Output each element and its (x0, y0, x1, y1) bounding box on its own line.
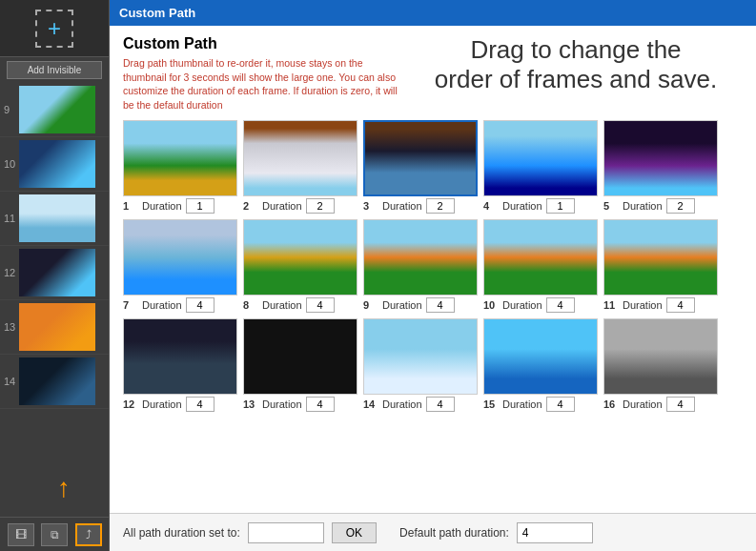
thumb-cell-16[interactable]: 16Duration (603, 318, 718, 412)
main-thumb-8 (243, 219, 358, 296)
sidebar-item-14[interactable]: 14 (0, 355, 109, 409)
thumb-label-row-13: 13Duration (243, 397, 358, 412)
duration-input-4[interactable] (546, 198, 575, 214)
duration-label-5: Duration (623, 200, 663, 212)
thumb-num-3: 3 (363, 200, 378, 212)
sidebar-thumb-12 (19, 249, 95, 296)
thumb-num-14: 14 (363, 398, 378, 410)
thumb-cell-7[interactable]: 7Duration (123, 219, 237, 313)
duration-input-9[interactable] (426, 297, 455, 313)
thumb-cell-10[interactable]: 10Duration (483, 219, 598, 313)
add-invisible-button[interactable]: Add Invisible (7, 61, 102, 79)
thumb-num-8: 8 (243, 299, 258, 311)
dialog-header: Custom Path Drag path thumbnail to re-or… (123, 35, 743, 112)
custom-path-dialog: Custom Path Custom Path Drag path thumbn… (110, 0, 756, 551)
main-thumb-13 (243, 318, 358, 395)
duration-input-5[interactable] (666, 198, 695, 214)
duration-label-13: Duration (262, 398, 302, 410)
thumb-cell-4[interactable]: 4Duration (483, 120, 598, 214)
add-button[interactable]: + (35, 10, 73, 48)
sidebar-top: + (0, 0, 109, 57)
duration-label-16: Duration (623, 398, 663, 410)
thumb-num-12: 12 (123, 398, 138, 410)
main-thumb-10 (483, 219, 598, 296)
thumb-label-row-9: 9Duration (363, 297, 478, 313)
thumb-label-row-15: 15Duration (483, 397, 598, 412)
duration-label-11: Duration (623, 299, 663, 311)
default-duration-label: Default path duration: (399, 526, 509, 540)
duration-input-1[interactable] (186, 198, 215, 214)
duration-input-15[interactable] (546, 397, 575, 412)
duration-input-16[interactable] (666, 397, 695, 412)
thumb-num-10: 10 (483, 299, 499, 311)
main-thumb-11 (603, 219, 718, 296)
arrow-indicator: ↑ (57, 473, 71, 503)
sidebar-item-11[interactable]: 11 (0, 192, 109, 246)
duration-input-7[interactable] (186, 297, 215, 313)
sidebar-item-num: 11 (4, 213, 19, 224)
dialog-footer: All path duration set to: OK Default pat… (110, 513, 756, 551)
sidebar-item-10[interactable]: 10 (0, 137, 109, 192)
thumb-label-row-2: 2Duration (243, 198, 358, 214)
thumb-label-row-14: 14Duration (363, 397, 478, 412)
thumb-cell-3[interactable]: 3Duration (363, 120, 478, 214)
duration-input-12[interactable] (186, 397, 215, 412)
duration-label-2: Duration (262, 200, 302, 212)
duration-label-3: Duration (382, 200, 422, 212)
thumb-num-5: 5 (603, 200, 619, 212)
duration-input-3[interactable] (426, 198, 455, 214)
sidebar-item-num: 12 (4, 267, 19, 278)
sidebar-thumb-13 (19, 303, 95, 351)
sidebar-item-13[interactable]: 13 (0, 300, 109, 355)
thumb-cell-15[interactable]: 15Duration (483, 318, 598, 412)
dialog-instruction: Drag path thumbnail to re-order it, mous… (123, 56, 399, 112)
sidebar-item-num: 13 (4, 321, 19, 333)
duration-input-13[interactable] (306, 397, 335, 412)
sidebar-item-12[interactable]: 12 (0, 246, 109, 300)
thumb-cell-13[interactable]: 13Duration (243, 318, 358, 412)
thumb-cell-9[interactable]: 9Duration (363, 219, 478, 313)
main-thumb-1 (123, 120, 237, 196)
duration-input-2[interactable] (306, 198, 335, 214)
duration-label-4: Duration (502, 200, 542, 212)
duration-input-11[interactable] (666, 297, 695, 313)
thumb-label-row-1: 1Duration (123, 198, 237, 214)
main-thumb-16 (603, 318, 718, 395)
thumb-cell-2[interactable]: 2Duration (243, 120, 358, 214)
main-thumb-5 (603, 120, 718, 196)
thumb-cell-14[interactable]: 14Duration (363, 318, 478, 412)
film-icon[interactable]: 🎞 (8, 523, 34, 546)
main-thumb-12 (123, 318, 237, 395)
thumb-cell-8[interactable]: 8Duration (243, 219, 358, 313)
thumb-label-row-3: 3Duration (363, 198, 478, 214)
thumb-label-row-5: 5Duration (603, 198, 718, 214)
duration-input-8[interactable] (306, 297, 335, 313)
all-duration-input[interactable] (248, 522, 324, 543)
thumb-num-2: 2 (243, 200, 258, 212)
thumb-num-1: 1 (123, 200, 138, 212)
thumb-num-16: 16 (603, 398, 619, 410)
dialog-right-header: Drag to change the order of frames and s… (409, 35, 743, 94)
thumb-label-row-8: 8Duration (243, 297, 358, 313)
thumb-label-row-7: 7Duration (123, 297, 237, 313)
export-icon[interactable]: ⤴ (75, 523, 102, 546)
ok-button[interactable]: OK (332, 522, 377, 543)
main-thumb-7 (123, 219, 237, 296)
default-duration-input[interactable] (517, 522, 593, 543)
thumb-num-7: 7 (123, 299, 138, 311)
sidebar-item-num: 14 (4, 376, 19, 387)
thumb-cell-12[interactable]: 12Duration (123, 318, 237, 412)
main-thumb-14 (363, 318, 478, 395)
thumb-label-row-11: 11Duration (603, 297, 718, 313)
copy-icon[interactable]: ⧉ (41, 523, 68, 546)
duration-input-10[interactable] (546, 297, 575, 313)
duration-input-14[interactable] (426, 397, 455, 412)
thumb-cell-11[interactable]: 11Duration (603, 219, 718, 313)
dialog-left-header: Custom Path Drag path thumbnail to re-or… (123, 35, 409, 112)
duration-label-15: Duration (502, 398, 542, 410)
sidebar-item-9[interactable]: 9 (0, 83, 109, 137)
thumbnail-grid: 1Duration2Duration3Duration4Duration5Dur… (123, 120, 743, 412)
thumb-cell-5[interactable]: 5Duration (603, 120, 718, 214)
thumb-cell-1[interactable]: 1Duration (123, 120, 237, 214)
duration-label-9: Duration (382, 299, 422, 311)
